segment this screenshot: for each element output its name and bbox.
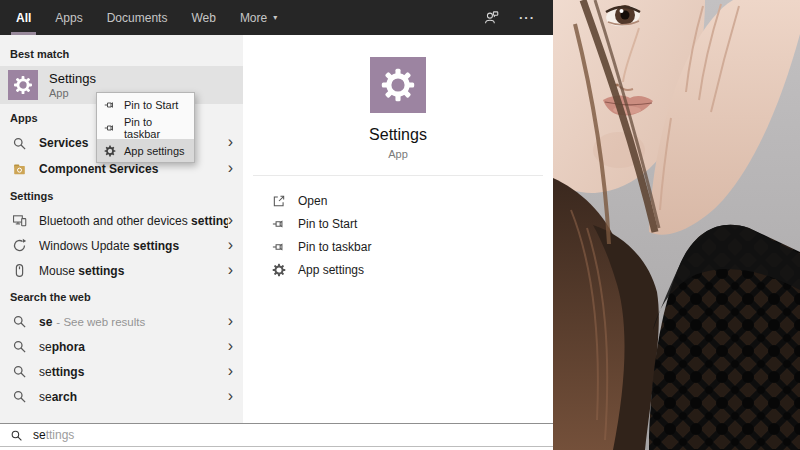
section-header-search-the-web: Search the web xyxy=(0,283,243,309)
list-item-label: sephora xyxy=(39,340,228,354)
list-item-web-search[interactable]: search › xyxy=(0,384,243,409)
list-item-windows-update-settings[interactable]: Windows Update settings › xyxy=(0,233,243,258)
best-match-subtitle: App xyxy=(49,87,96,99)
pin-icon xyxy=(272,240,286,254)
context-menu-label: Pin to taskbar xyxy=(124,116,187,140)
list-item-web-sephora[interactable]: sephora › xyxy=(0,334,243,359)
action-open[interactable]: Open xyxy=(272,189,553,212)
chevron-right-icon[interactable]: › xyxy=(228,237,233,255)
tab-apps[interactable]: Apps xyxy=(55,0,82,35)
context-menu-label: App settings xyxy=(124,145,185,157)
sync-icon xyxy=(12,238,27,253)
preview-pane: Settings App Open Pin to Start Pin to ta… xyxy=(243,35,553,423)
list-item-label: search xyxy=(39,390,228,404)
action-pin-to-start[interactable]: Pin to Start xyxy=(272,212,553,235)
list-item-label: Bluetooth and other devices settings xyxy=(39,214,228,228)
search-window: All Apps Documents Web More▾ ··· Best ma… xyxy=(0,0,553,450)
action-label: Pin to taskbar xyxy=(298,240,371,254)
pin-icon xyxy=(272,217,286,231)
list-item-label: Windows Update settings xyxy=(39,239,228,253)
gear-icon xyxy=(272,263,286,277)
search-input[interactable]: settings xyxy=(0,423,553,447)
list-item-bluetooth-settings[interactable]: Bluetooth and other devices settings › xyxy=(0,208,243,233)
component-services-icon xyxy=(12,162,27,177)
action-pin-to-taskbar[interactable]: Pin to taskbar xyxy=(272,235,553,258)
screen: All Apps Documents Web More▾ ··· Best ma… xyxy=(0,0,800,450)
context-menu-app-settings[interactable]: App settings xyxy=(97,139,194,162)
action-label: Pin to Start xyxy=(298,217,357,231)
chevron-right-icon[interactable]: › xyxy=(228,313,233,331)
devices-icon xyxy=(12,213,27,228)
preview-title: Settings xyxy=(369,126,427,144)
services-icon xyxy=(12,136,27,151)
search-results-area: Best match Settings App Apps Services › xyxy=(0,35,553,423)
list-item-label: Mouse settings xyxy=(39,264,228,278)
list-item-label: settings xyxy=(39,365,228,379)
list-item-web-se[interactable]: se- See web results › xyxy=(0,309,243,334)
search-filter-bar: All Apps Documents Web More▾ ··· xyxy=(0,0,553,35)
feedback-icon[interactable] xyxy=(484,10,499,25)
gear-icon xyxy=(104,145,116,157)
search-icon xyxy=(12,314,27,329)
context-menu-label: Pin to Start xyxy=(124,99,178,111)
chevron-right-icon[interactable]: › xyxy=(228,363,233,381)
chevron-right-icon[interactable]: › xyxy=(228,160,233,178)
section-header-best-match: Best match xyxy=(0,40,243,66)
list-item-mouse-settings[interactable]: Mouse settings › xyxy=(0,258,243,283)
tab-more[interactable]: More▾ xyxy=(240,0,277,35)
best-match-text: Settings App xyxy=(49,71,96,99)
chevron-right-icon[interactable]: › xyxy=(228,212,233,230)
best-match-title: Settings xyxy=(49,71,96,86)
search-input-text: settings xyxy=(33,428,74,442)
preview-actions: Open Pin to Start Pin to taskbar App set… xyxy=(243,176,553,281)
desktop-photo xyxy=(553,0,800,450)
search-icon xyxy=(12,364,27,379)
section-header-settings: Settings xyxy=(0,182,243,208)
chevron-right-icon[interactable]: › xyxy=(228,134,233,152)
action-app-settings[interactable]: App settings xyxy=(272,258,553,281)
search-icon xyxy=(10,429,23,442)
chevron-down-icon: ▾ xyxy=(273,13,277,22)
search-suggestion: ttings xyxy=(46,428,75,442)
more-options-icon[interactable]: ··· xyxy=(519,10,537,25)
context-menu-pin-to-start[interactable]: Pin to Start xyxy=(97,93,194,116)
list-item-web-settings[interactable]: settings › xyxy=(0,359,243,384)
pin-icon xyxy=(104,122,116,134)
mouse-icon xyxy=(12,263,27,278)
action-label: App settings xyxy=(298,263,364,277)
chevron-right-icon[interactable]: › xyxy=(228,388,233,406)
search-icon xyxy=(12,339,27,354)
tab-documents[interactable]: Documents xyxy=(107,0,168,35)
chevron-right-icon[interactable]: › xyxy=(228,338,233,356)
context-menu: Pin to Start Pin to taskbar App settings xyxy=(96,92,195,163)
context-menu-pin-to-taskbar[interactable]: Pin to taskbar xyxy=(97,116,194,139)
list-item-label: Component Services xyxy=(39,162,228,176)
open-icon xyxy=(272,194,286,208)
action-label: Open xyxy=(298,194,327,208)
search-icon xyxy=(12,389,27,404)
tab-all[interactable]: All xyxy=(16,0,31,35)
list-item-label: se- See web results xyxy=(39,315,228,329)
preview-subtitle: App xyxy=(388,148,408,160)
gear-icon xyxy=(8,70,38,100)
tab-web[interactable]: Web xyxy=(191,0,215,35)
pin-icon xyxy=(104,99,116,111)
gear-icon xyxy=(370,57,426,113)
chevron-right-icon[interactable]: › xyxy=(228,262,233,280)
